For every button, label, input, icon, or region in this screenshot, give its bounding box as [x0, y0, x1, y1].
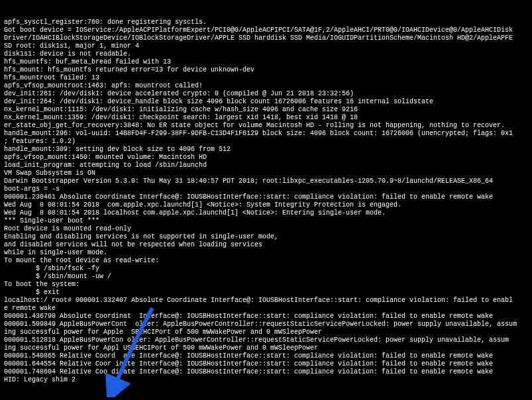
terminal-line: 000001.509849 AppleBusPowerCont oller: A…	[4, 321, 528, 328]
terminal-line: *** Single-user boot ***	[4, 217, 528, 225]
terminal-line: SD root: disk1s1, major 1, minor 4	[4, 42, 528, 50]
terminal-line: er_state_obj_get_for_recovery:3848: No E…	[4, 122, 528, 130]
terminal-line: handle_mount:309: setting dev block size…	[4, 146, 528, 154]
terminal-line: 000001.540865 Relative Coord ate Interfa…	[4, 352, 528, 360]
terminal-line: 000001.512818 AppleBusPowerCon oller: Ap…	[4, 336, 528, 344]
terminal-line: and disabled services will not be respec…	[4, 241, 528, 249]
terminal-line: hfs_mount: hfs_mountfs returned error=13…	[4, 66, 528, 74]
terminal-line: 000001.230461 Absolute Coordinate Interf…	[4, 193, 528, 201]
terminal-line: hfs_mountfs: buf_meta_bread failed with …	[4, 58, 528, 66]
terminal-line: handle_mount:296: vol-uuid: 14B8FD4F-F29…	[4, 130, 528, 138]
terminal-line: To boot the system:	[4, 281, 528, 289]
terminal-output: apfs_sysctl_register:760: done registeri…	[0, 0, 532, 400]
terminal-line: e remote wake	[4, 305, 528, 313]
terminal-line: boot-args = -s	[4, 185, 528, 193]
terminal-line: $ exit	[4, 289, 528, 297]
terminal-line: Root device is mounted read-only	[4, 225, 528, 233]
terminal-line: ing successful power for Appl USBEHCIPor…	[4, 344, 528, 352]
terminal-line: Got boot device = IOService:/AppleACPIPl…	[4, 26, 528, 34]
terminal-line: $ /sbin/mount -uw /	[4, 273, 528, 281]
terminal-line: $ /sbin/fsck -fy	[4, 265, 528, 273]
terminal-line: nx_kernel_mount:1359: /dev/disk1: checkp…	[4, 114, 528, 122]
terminal-line: Enabling and disabling services is not s…	[4, 233, 528, 241]
terminal-line: dev_init:264: /dev/disk1: device_handle …	[4, 98, 528, 106]
terminal-line: dev_init:261: /dev/disk1: device acceler…	[4, 90, 528, 98]
terminal-line: To mount the root device as read-write:	[4, 257, 528, 265]
terminal-line: 000001.748604 Relative Coo dinate Interf…	[4, 368, 528, 376]
terminal-line: disk1s1: device is not readable.	[4, 50, 528, 58]
terminal-line: localhost:/ root# 000001.332407 Absolute…	[4, 297, 528, 305]
terminal-line: ing successful power for Apple SBEHCIPor…	[4, 328, 528, 336]
terminal-line: while in single-user mode.	[4, 249, 528, 257]
terminal-line: Wed Aug 8 08:01:54 2018 com.apple.xpc.la…	[4, 201, 528, 209]
terminal-line: ; features: 1.0.2)	[4, 138, 528, 146]
terminal-line: 000001.644554 Relative Coor inate Interf…	[4, 360, 528, 368]
terminal-line: apfs_vfsop_mount:1450: mounted volume: M…	[4, 154, 528, 162]
terminal-line: apfs_sysctl_register:760: done registeri…	[4, 19, 528, 26]
terminal-line: Driver/IOAHCIBlockStorageDevice/IOBlockS…	[4, 34, 528, 42]
terminal-line: 000001.436790 Absolute Coordinat Interfa…	[4, 313, 528, 321]
terminal-line: VM Swap Subsystem is ON	[4, 170, 528, 177]
terminal-line: Wed Aug 8 08:01:54 2018 localhost com.ap…	[4, 209, 528, 217]
terminal-line: apfs_vfsop_mountroot:1463: apfs: mountro…	[4, 82, 528, 90]
terminal-line: hfs_mountroot failed: 13	[4, 74, 528, 82]
terminal-line: Darwin Bootstrapper Version 5.3.0: Thu M…	[4, 177, 528, 185]
terminal-line: nx_kernel_mount:1115: /dev/disk1: initia…	[4, 106, 528, 114]
terminal-line: load_init_program: attempting to load /s…	[4, 162, 528, 170]
terminal-line: HID: Legacy shim 2	[4, 376, 528, 384]
